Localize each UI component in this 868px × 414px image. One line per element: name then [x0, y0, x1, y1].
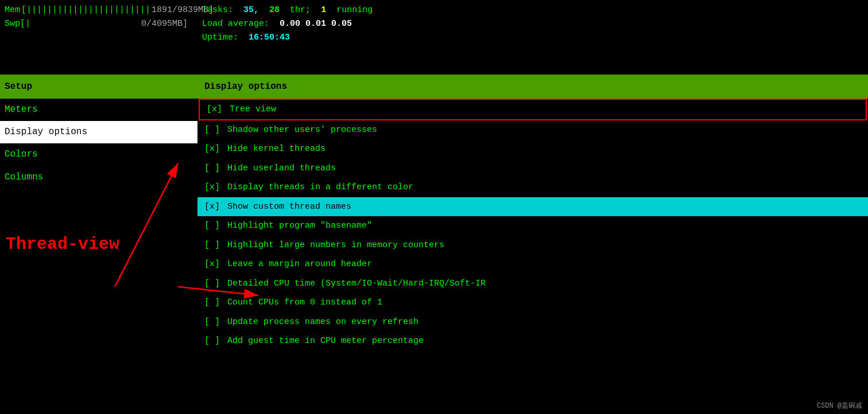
- option-row-4[interactable]: [x] Display threads in a different color: [197, 178, 868, 197]
- option-text-0: Tree view: [230, 102, 276, 117]
- option-text-1: Shadow other users' processes: [227, 123, 377, 138]
- option-row-1[interactable]: [ ] Shadow other users' processes: [197, 120, 868, 140]
- top-right-stats: Tasks: 35, 28 thr; 1 running Load averag…: [197, 0, 868, 75]
- option-row-10[interactable]: [ ] Count CPUs from 0 instead of 1: [197, 293, 868, 313]
- option-text-11: Update process names on every refresh: [227, 315, 418, 330]
- load-line: Load average: 0.00 0.01 0.05: [202, 17, 863, 31]
- thread-view-label: Thread-view: [0, 235, 197, 254]
- swp-value: [32, 17, 140, 31]
- mem-bars: [||||||||||||||||||||||||: [21, 3, 150, 17]
- tasks-thr: 28: [269, 5, 280, 15]
- option-row-8[interactable]: [x] Leave a margin around header: [197, 255, 868, 274]
- checkbox-10: [ ]: [204, 295, 227, 310]
- tasks-label: Tasks:: [202, 5, 233, 15]
- option-row-12[interactable]: [ ] Add guest time in CPU meter percenta…: [197, 331, 868, 351]
- sidebar-item-columns[interactable]: Columns: [0, 166, 197, 189]
- uptime-label: Uptime:: [202, 33, 238, 42]
- annotation-area: Thread-view: [0, 235, 197, 254]
- checkbox-5: [x]: [204, 200, 227, 214]
- checkbox-9: [ ]: [204, 276, 227, 291]
- load-label: Load average:: [202, 19, 269, 29]
- option-text-6: Highlight program "basename": [227, 218, 372, 233]
- option-text-12: Add guest time in CPU meter percentage: [227, 334, 424, 349]
- option-row-5[interactable]: [x] Show custom thread names: [197, 197, 868, 217]
- sidebar: Setup Meters Display options Colors Colu…: [0, 75, 197, 414]
- checkbox-12: [ ]: [204, 334, 227, 349]
- checkbox-4: [x]: [204, 180, 227, 195]
- options-container: [x] Tree view[ ] Shadow other users' pro…: [197, 99, 868, 351]
- option-text-9: Detailed CPU time (System/IO-Wait/Hard-I…: [227, 276, 486, 291]
- option-row-7[interactable]: [ ] Highlight large numbers in memory co…: [197, 236, 868, 255]
- checkbox-6: [ ]: [204, 218, 227, 233]
- checkbox-1: [ ]: [204, 123, 227, 138]
- watermark: CSDN @盖碗减: [817, 401, 862, 411]
- option-text-3: Hide userland threads: [227, 161, 336, 176]
- option-text-4: Display threads in a different color: [227, 180, 413, 195]
- option-text-10: Count CPUs from 0 instead of 1: [227, 295, 382, 310]
- option-text-7: Highlight large numbers in memory counte…: [227, 238, 444, 253]
- uptime-value: 16:50:43: [249, 33, 290, 42]
- option-row-3[interactable]: [ ] Hide userland threads: [197, 159, 868, 178]
- main-area: Setup Meters Display options Colors Colu…: [0, 75, 868, 414]
- swp-line: Swp[| 0/4095MB]: [5, 17, 193, 31]
- checkbox-8: [x]: [204, 257, 227, 272]
- sidebar-item-display-options[interactable]: Display options: [0, 121, 197, 143]
- top-left-stats: Mem [|||||||||||||||||||||||| 1891/9839M…: [0, 0, 197, 75]
- option-row-6[interactable]: [ ] Highlight program "basename": [197, 216, 868, 236]
- checkbox-0: [x]: [207, 102, 230, 117]
- load-values: 0.00 0.01 0.05: [280, 19, 352, 29]
- checkbox-3: [ ]: [204, 161, 227, 176]
- checkbox-11: [ ]: [204, 315, 227, 330]
- option-row-2[interactable]: [x] Hide kernel threads: [197, 139, 868, 159]
- option-row-11[interactable]: [ ] Update process names on every refres…: [197, 313, 868, 332]
- tasks-running-label: running: [336, 5, 373, 15]
- sidebar-item-colors[interactable]: Colors: [0, 143, 197, 166]
- checkbox-7: [ ]: [204, 238, 227, 253]
- tasks-thr-label: thr;: [290, 5, 311, 15]
- uptime-line: Uptime: 16:50:43: [202, 31, 863, 45]
- option-text-5: Show custom thread names: [227, 200, 351, 214]
- tasks-count: 35,: [243, 5, 259, 15]
- swp-label: Swp[|: [5, 17, 30, 31]
- mem-label: Mem: [5, 3, 20, 17]
- sidebar-item-meters[interactable]: Meters: [0, 99, 197, 121]
- content-header: Display options: [197, 75, 868, 99]
- swp-amount: 0/4095MB]: [141, 17, 188, 31]
- content-panel: Display options [x] Tree view[ ] Shadow …: [197, 75, 868, 414]
- tasks-running: 1: [321, 5, 326, 15]
- top-area: Mem [|||||||||||||||||||||||| 1891/9839M…: [0, 0, 868, 75]
- option-text-8: Leave a margin around header: [227, 257, 372, 272]
- mem-line: Mem [|||||||||||||||||||||||| 1891/9839M…: [5, 3, 193, 17]
- option-row-0[interactable]: [x] Tree view: [199, 99, 867, 120]
- option-text-2: Hide kernel threads: [227, 142, 326, 157]
- sidebar-setup: Setup: [0, 75, 197, 99]
- option-row-9[interactable]: [ ] Detailed CPU time (System/IO-Wait/Ha…: [197, 274, 868, 294]
- checkbox-2: [x]: [204, 142, 227, 157]
- tasks-line: Tasks: 35, 28 thr; 1 running: [202, 3, 863, 17]
